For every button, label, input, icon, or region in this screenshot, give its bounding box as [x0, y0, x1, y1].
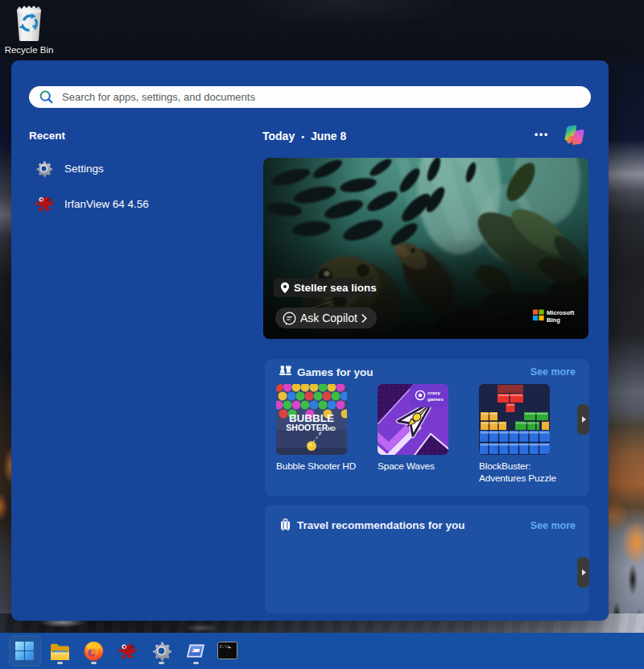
svg-text:games: games — [427, 396, 444, 402]
svg-text:crazy: crazy — [427, 390, 440, 395]
svg-text:C:\>: C:\> — [220, 645, 229, 650]
svg-text:Bing: Bing — [547, 316, 560, 324]
